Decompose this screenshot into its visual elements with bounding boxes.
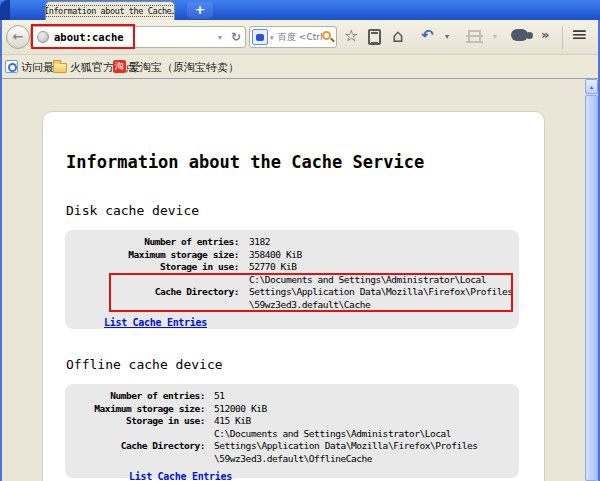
tab-bar: Information about the Cache… +	[0, 0, 600, 20]
tab-title: Information about the Cache…	[45, 6, 175, 16]
path-line: C:\Documents and Settings\Administrator\…	[249, 274, 512, 287]
url-bar[interactable]: ▾ ↻	[30, 26, 246, 48]
home-button[interactable]: ⌂	[392, 25, 403, 46]
url-history-dropdown-icon[interactable]: ▾	[218, 33, 222, 42]
row-label: Storage in use:	[65, 261, 239, 274]
row-value-path: C:\Documents and Settings\Administrator\…	[205, 428, 477, 466]
row-value-path: C:\Documents and Settings\Administrator\…	[239, 274, 512, 312]
new-tab-button[interactable]: +	[187, 2, 213, 19]
row-label: Maximum storage size:	[65, 249, 239, 262]
url-input[interactable]	[54, 28, 204, 46]
undo-button[interactable]: ↶	[421, 26, 434, 44]
search-box[interactable]: ▾	[249, 26, 337, 48]
folder-icon[interactable]	[53, 63, 67, 73]
list-cache-entries-link[interactable]: List Cache Entries	[129, 471, 232, 481]
table-row: Maximum storage size: 512000 KiB	[65, 403, 519, 416]
table-row: Storage in use: 415 KiB	[65, 415, 519, 428]
page-favicon-icon	[37, 31, 49, 43]
row-label: Number of entries:	[65, 236, 239, 249]
tab-cache-page[interactable]: Information about the Cache…	[45, 1, 175, 20]
row-label: Cache Directory:	[65, 440, 205, 453]
scrollbar-up-button[interactable]: ▴	[585, 79, 598, 94]
cache-info-card: Information about the Cache Service Disk…	[42, 111, 545, 481]
table-row: Number of entries: 3182	[65, 236, 519, 249]
search-icon[interactable]	[322, 31, 331, 40]
row-value: 512000 KiB	[205, 403, 267, 416]
bookmark-item-taobao[interactable]: 爱淘宝（原淘宝特卖）	[129, 60, 239, 75]
table-row: Storage in use: 52770 KiB	[65, 261, 519, 274]
row-value: 415 KiB	[205, 415, 251, 428]
baidu-engine-icon[interactable]	[252, 29, 268, 45]
undo-dropdown-icon[interactable]: ▾	[445, 32, 449, 41]
path-line: Settings\Application Data\Mozilla\Firefo…	[249, 286, 512, 299]
row-label: Maximum storage size:	[65, 403, 205, 416]
window-corner	[0, 0, 10, 20]
screenshot-tool-icon-disabled[interactable]	[468, 30, 481, 43]
table-row-cache-directory: Cache Directory: C:\Documents and Settin…	[65, 274, 519, 312]
overflow-chevron-button[interactable]: »	[541, 27, 549, 42]
bookmarks-menu-button[interactable]	[368, 29, 381, 45]
list-cache-entries-link[interactable]: List Cache Entries	[104, 317, 207, 328]
toolbar-divider	[562, 26, 563, 49]
bookmarks-bar: 访问最多 火狐官方站点 淘 爱淘宝（原淘宝特卖）	[0, 55, 600, 78]
screenshot-dropdown-icon-disabled: ▾	[493, 32, 497, 41]
back-button[interactable]: ←	[6, 25, 30, 49]
vertical-scrollbar[interactable]: ▴	[585, 79, 598, 481]
row-value: 358400 KiB	[239, 249, 302, 262]
row-label: Storage in use:	[65, 415, 205, 428]
table-row: Maximum storage size: 358400 KiB	[65, 249, 519, 262]
row-label: Cache Directory:	[65, 286, 239, 299]
section-heading-disk-cache: Disk cache device	[66, 203, 199, 218]
reload-icon[interactable]: ↻	[231, 30, 241, 44]
page-title: Information about the Cache Service	[66, 152, 424, 172]
taobao-icon[interactable]: 淘	[113, 60, 126, 73]
browser-viewport: Information about the Cache Service Disk…	[0, 78, 600, 481]
bookmark-star-button[interactable]: ☆	[344, 26, 358, 45]
row-value: 3182	[239, 236, 270, 249]
offline-cache-table: Number of entries: 51 Maximum storage si…	[65, 384, 519, 478]
search-input[interactable]	[278, 29, 322, 45]
path-line: C:\Documents and Settings\Administrator\…	[214, 428, 477, 441]
navigation-toolbar: ← ▾ ↻ ▾ ☆ ⌂ ↶ ▾ ▾ » ≡	[0, 20, 600, 55]
table-row-cache-directory: Cache Directory: C:\Documents and Settin…	[65, 428, 519, 466]
row-value: 51	[205, 390, 225, 403]
table-row: Number of entries: 51	[65, 390, 519, 403]
most-visited-icon[interactable]	[5, 60, 18, 73]
row-label: Number of entries:	[65, 390, 205, 403]
bookmark-item-firefox-sites[interactable]: 火狐官方站点	[70, 60, 136, 75]
chat-bubble-button[interactable]	[511, 29, 528, 41]
window-border-left	[0, 20, 2, 481]
scrollbar-thumb[interactable]	[585, 95, 598, 481]
row-value: 52770 KiB	[239, 261, 296, 274]
menu-button[interactable]: ≡	[571, 22, 588, 46]
path-line: \59wz3ed3.default\Cache	[249, 299, 512, 312]
path-line: \59wz3ed3.default\OfflineCache	[214, 453, 477, 466]
section-heading-offline-cache: Offline cache device	[66, 357, 223, 372]
search-engine-dropdown-icon[interactable]: ▾	[270, 34, 274, 42]
disk-cache-table: Number of entries: 3182 Maximum storage …	[65, 230, 519, 329]
path-line: Settings\Application Data\Mozilla\Firefo…	[214, 440, 477, 453]
